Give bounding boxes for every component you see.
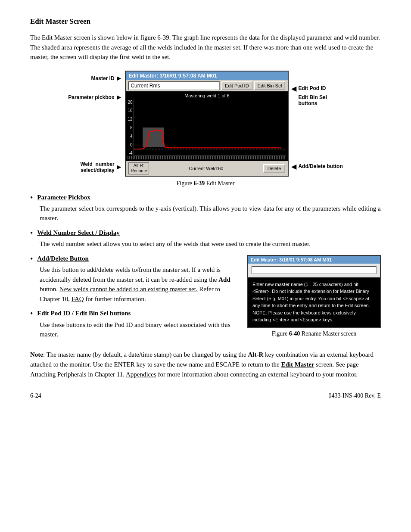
rename-label: Rename [131, 168, 147, 174]
parameter-pickbox-body: The parameter select box corresponds to … [40, 204, 381, 223]
add-delete-annotation: ◀ Add/Delete button [291, 162, 342, 171]
bullet-parameter-pickbox: • Parameter Pickbox The parameter select… [30, 194, 381, 223]
alt-r-bold: Alt-R [248, 351, 263, 358]
two-col-left: • Add/Delete Button Use this button to a… [30, 255, 239, 345]
figure-caption-40: Figure 6-40 Rename Master screen [247, 330, 381, 337]
y-label-neg4: -4 [129, 151, 133, 156]
intro-text: The Edit Master screen is shown below in… [30, 33, 381, 62]
y-label-16: 16 [128, 108, 132, 113]
edit-bin-right-label: Edit Bin Sel buttons [298, 94, 327, 106]
bullet-dot-4: • [30, 309, 33, 319]
edit-pod-heading: Edit Pod ID / Edit Bin Sel buttons [37, 310, 131, 317]
chart-area: Mastering weld 1 of 6 20 16 12 8 4 0 -4 [126, 91, 288, 161]
screen-mockup-39: Edit Master: 3/16/01 9:57:08 AM M01 Curr… [125, 71, 289, 177]
edit-pod-body: Use these buttons to edit the Pod ID and… [40, 320, 239, 339]
figure-40-screen: Edit Master: 3/16/01 9:57:08 AM M01 Ente… [247, 255, 381, 328]
weld-number-arrow: ► [116, 164, 123, 171]
edit-pod-id-button[interactable]: Edit Pod ID [221, 81, 252, 90]
edit-pod-arrow: ◀ [291, 84, 296, 93]
edit-bin-sel-annotation: Edit Bin Sel buttons [291, 94, 342, 106]
y-axis: 20 16 12 8 4 0 -4 [128, 100, 132, 156]
bullet-dot-3: • [30, 254, 33, 264]
parameter-pickbox-heading: Parameter Pickbox [37, 194, 90, 201]
y-label-20: 20 [128, 100, 132, 105]
screen-title-bar-39: Edit Master: 3/16/01 9:57:08 AM M01 [126, 72, 288, 80]
parameter-pickbox-label: Parameter pickbox [68, 94, 114, 100]
note-text4: for more information about connecting an… [156, 371, 358, 378]
screen-statusbar: Alt-R: Rename Current Weld:60 Delete [126, 161, 288, 176]
no-new-welds: New welds cannot be added to an existing… [59, 286, 198, 292]
figure-39-bold: 6-39 [194, 180, 205, 187]
note-label: Note [30, 351, 43, 358]
appendices-link[interactable]: Appendices [126, 371, 156, 378]
two-col-right: Edit Master: 3/16/01 9:57:08 AM M01 Ente… [247, 255, 381, 343]
figure-39-wrapper: Master ID ► Parameter pickbox ► Weld num… [68, 71, 343, 177]
fig40-input-area [248, 264, 380, 277]
rename-alt-label: Alt-R: [134, 163, 144, 168]
bullet-row-4: • Edit Pod ID / Edit Bin Sel buttons [30, 310, 239, 319]
annotations-right: ◀ Edit Pod ID Edit Bin Sel buttons ◀ Add… [291, 75, 342, 171]
weld-number-annotation: Weld number select/display ► [80, 161, 122, 173]
parameter-pickbox-input[interactable]: Current Rms [128, 81, 219, 90]
figure-caption-39: Figure 6-39 Edit Master [30, 180, 381, 187]
section-title: Edit Master Screen [30, 17, 381, 26]
add-delete-body: Use this button to add/delete welds to/f… [40, 265, 239, 304]
current-weld-display: Current Weld:60 [151, 166, 261, 171]
fig40-instruction-text: Enter new master name (1 - 25 characters… [248, 277, 380, 327]
add-delete-arrow: ◀ [291, 162, 296, 171]
chart-hatch [128, 156, 286, 159]
edit-pod-right-label: Edit Pod ID [298, 85, 326, 91]
bullet-dot-2: • [30, 228, 33, 238]
weld-number-label: Weld number select/display [80, 161, 114, 173]
y-label-12: 12 [128, 117, 132, 121]
figure-39-container: Master ID ► Parameter pickbox ► Weld num… [30, 71, 381, 177]
master-id-annotation: Master ID ► [91, 75, 123, 82]
two-col-layout: • Add/Delete Button Use this button to a… [30, 255, 381, 345]
parameter-pickbox-arrow: ► [116, 94, 123, 101]
add-delete-right-label: Add/Delete button [298, 163, 342, 169]
bullet-row-1: • Parameter Pickbox [30, 194, 381, 203]
edit-pod-id-annotation: ◀ Edit Pod ID [291, 84, 342, 93]
footer-left: 6-24 [30, 392, 41, 399]
bullet-dot-1: • [30, 193, 33, 203]
faq-link[interactable]: FAQ [72, 296, 84, 302]
master-id-arrow: ► [116, 75, 123, 82]
edit-master-bold: Edit Master [281, 361, 314, 368]
note-paragraph: Note: The master name (by default, a dat… [30, 350, 381, 380]
add-bold: Add [218, 276, 230, 283]
fig40-name-input[interactable] [252, 266, 377, 274]
y-label-0: 0 [130, 143, 133, 147]
y-label-4: 4 [130, 134, 133, 139]
bullet-add-delete: • Add/Delete Button Use this button to a… [30, 255, 239, 304]
rename-button[interactable]: Alt-R: Rename [128, 162, 149, 174]
screen-toolbar-39: Current Rms Edit Pod ID Edit Bin Sel [126, 80, 288, 91]
annotations-left: Master ID ► Parameter pickbox ► Weld num… [68, 75, 122, 174]
master-id-label: Master ID [91, 75, 115, 81]
chart-plot [134, 100, 286, 156]
y-label-8: 8 [130, 125, 133, 130]
footer-right: 0433-INS-400 Rev. E [328, 392, 381, 399]
weld-number-body: The weld number select allows you to sel… [40, 239, 381, 249]
add-delete-heading: Add/Delete Button [37, 255, 89, 262]
chart-line-svg [134, 100, 286, 156]
fig40-titlebar: Edit Master: 3/16/01 9:57:08 AM M01 [248, 256, 380, 264]
delete-button[interactable]: Delete [263, 164, 286, 173]
bullet-row-2: • Weld Number Select / Display [30, 229, 381, 238]
chart-title: Mastering weld 1 of 6 [128, 93, 286, 98]
figure-40-bold: 6-40 [289, 330, 300, 337]
bullet-weld-number: • Weld Number Select / Display The weld … [30, 229, 381, 249]
note-text1: : The master name (by default, a date/ti… [43, 351, 248, 358]
edit-bin-sel-button[interactable]: Edit Bin Sel [254, 81, 286, 90]
bullet-edit-pod: • Edit Pod ID / Edit Bin Sel buttons Use… [30, 310, 239, 339]
chart-inner: 20 16 12 8 4 0 -4 [128, 100, 286, 156]
page-footer: 6-24 0433-INS-400 Rev. E [30, 392, 381, 399]
bullet-row-3: • Add/Delete Button [30, 255, 239, 264]
weld-number-heading: Weld Number Select / Display [37, 229, 119, 236]
parameter-pickbox-annotation: Parameter pickbox ► [68, 94, 122, 101]
